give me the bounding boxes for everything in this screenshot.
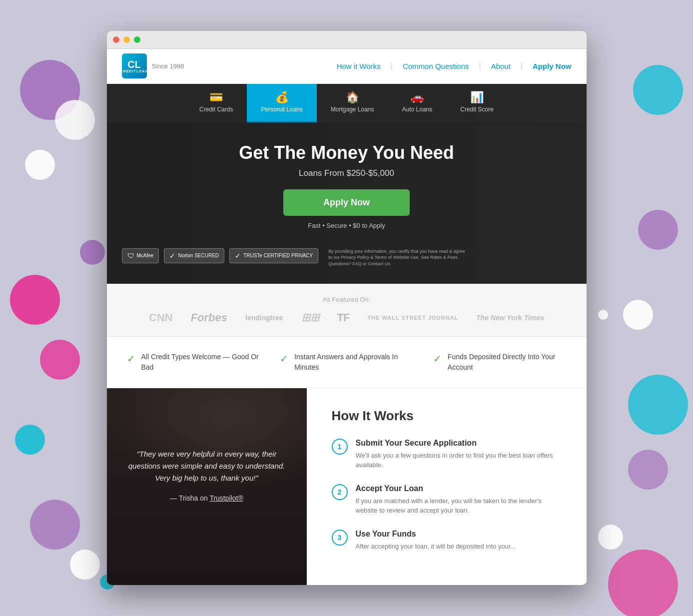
norton-label: Norton SECURED	[178, 253, 219, 258]
hero-text-area: Get The Money You Need Loans From $250-$…	[239, 142, 454, 229]
auto-loans-icon: 🚗	[410, 92, 424, 103]
benefits-section: ✓ All Credit Types Welcome — Good Or Bad…	[107, 337, 587, 388]
truste-icon: ✓	[235, 252, 241, 260]
norton-badge: ✓ Norton SECURED	[164, 248, 224, 263]
step-2: 2 Accept Your Loan If you are matched wi…	[332, 484, 562, 516]
tab-nav: 💳 Credit Cards 💰 Personal Loans 🏠 Mortga…	[107, 84, 587, 122]
logo-letters: CL	[127, 59, 141, 69]
nyt-logo: The New York Times	[476, 314, 544, 322]
author-text: — Trisha on	[170, 494, 209, 502]
benefit-text-3: Funds Deposited Directly Into Your Accou…	[448, 352, 567, 373]
step-3-title: Use Your Funds	[356, 530, 516, 539]
testimonial-section: "They were very helpful in every way, th…	[107, 388, 307, 586]
check-icon-3: ✓	[433, 353, 442, 365]
lendingtree-logo: lendingtree	[245, 314, 283, 322]
hero-section: 💳 Credit Cards 💰 Personal Loans 🏠 Mortga…	[107, 84, 587, 284]
step-3: 3 Use Your Funds After accepting your lo…	[332, 530, 562, 552]
since-text: Since 1998	[152, 62, 184, 70]
personal-loans-icon: 💰	[275, 92, 289, 103]
forbes-logo: Forbes	[191, 311, 227, 324]
security-badges-row: 🛡 McAfee ✓ Norton SECURED ✓ TRUSTe CERTI…	[107, 239, 587, 267]
tab-mortgage-loans[interactable]: 🏠 Mortgage Loans	[317, 84, 388, 122]
credit-cards-icon: 💳	[209, 92, 223, 103]
mcafee-icon: 🛡	[127, 252, 134, 260]
featured-section: As Featured On: CNN Forbes lendingtree ⊞…	[107, 284, 587, 337]
minimize-dot[interactable]	[123, 36, 130, 43]
step-2-title: Accept Your Loan	[356, 484, 562, 493]
step-1-desc: We'll ask you a few questions in order t…	[356, 451, 562, 470]
hero-tagline: Fast • Secure • $0 to Apply	[239, 222, 454, 229]
mcafee-badge: 🛡 McAfee	[122, 248, 159, 263]
featured-logos: CNN Forbes lendingtree ⊞⊞ TF THE WALL ST…	[127, 311, 567, 324]
norton-icon: ✓	[169, 252, 175, 260]
legal-text: By providing your information, you certi…	[328, 248, 468, 267]
benefit-credit-types: ✓ All Credit Types Welcome — Good Or Bad	[127, 352, 260, 373]
nav-about[interactable]: About	[491, 62, 511, 70]
tab-personal-loans-label: Personal Loans	[261, 106, 302, 113]
testimonial-quote: "They were very helpful in every way, th…	[125, 448, 289, 484]
tab-personal-loans[interactable]: 💰 Personal Loans	[247, 84, 316, 122]
tab-credit-cards[interactable]: 💳 Credit Cards	[185, 84, 247, 122]
apply-now-button[interactable]: Apply Now	[283, 189, 410, 216]
hero-subtitle: Loans From $250-$5,000	[239, 168, 454, 178]
step-1-number: 1	[332, 439, 348, 455]
wsj-logo: THE WALL STREET JOURNAL	[367, 315, 458, 321]
step-2-number: 2	[332, 484, 348, 500]
tab-credit-cards-label: Credit Cards	[199, 106, 233, 113]
featured-label: As Featured On:	[127, 296, 567, 303]
nav-apply-now[interactable]: Apply Now	[533, 62, 572, 70]
benefit-instant-answers: ✓ Instant Answers and Approvals In Minut…	[280, 352, 413, 373]
benefit-text-1: All Credit Types Welcome — Good Or Bad	[141, 352, 260, 373]
mortgage-loans-icon: 🏠	[346, 92, 359, 103]
benefit-text-2: Instant Answers and Approvals In Minutes	[294, 352, 413, 373]
logo-area: CL CREDITLOAN Since 1998	[122, 53, 184, 78]
trustpilot-link[interactable]: Trustpilot®	[209, 494, 243, 502]
nav-common-questions[interactable]: Common Questions	[403, 62, 469, 70]
credit-score-icon: 📊	[470, 92, 484, 103]
how-it-works-title: How It Works	[332, 408, 562, 424]
step-3-content: Use Your Funds After accepting your loan…	[356, 530, 516, 552]
step-1-title: Submit Your Secure Application	[356, 439, 562, 448]
mcafee-label: McAfee	[137, 253, 154, 258]
nav-how-it-works[interactable]: How it Works	[337, 62, 381, 70]
browser-titlebar	[107, 31, 587, 49]
step-2-desc: If you are matched with a lender, you wi…	[356, 496, 562, 516]
hero-content: 💳 Credit Cards 💰 Personal Loans 🏠 Mortga…	[107, 84, 587, 267]
logo-box: CL CREDITLOAN	[122, 53, 147, 78]
site-header: CL CREDITLOAN Since 1998 How it Works | …	[107, 49, 587, 84]
maximize-dot[interactable]	[134, 36, 140, 43]
testimonial-content: "They were very helpful in every way, th…	[107, 388, 307, 522]
benefit-funds-deposited: ✓ Funds Deposited Directly Into Your Acc…	[433, 352, 567, 373]
techcrunch-logo: TF	[337, 311, 350, 324]
how-it-works-section: How It Works 1 Submit Your Secure Applic…	[307, 388, 587, 586]
truste-badge: ✓ TRUSTe CERTIFIED PRIVACY	[229, 248, 318, 263]
tab-auto-loans-label: Auto Loans	[402, 106, 433, 113]
tab-auto-loans[interactable]: 🚗 Auto Loans	[388, 84, 447, 122]
main-content: "They were very helpful in every way, th…	[107, 388, 587, 586]
step-3-desc: After accepting your loan, it will be de…	[356, 542, 516, 552]
step-3-number: 3	[332, 530, 348, 546]
testimonial-author: — Trisha on Trustpilot®	[125, 494, 289, 502]
truste-label: TRUSTe CERTIFIED PRIVACY	[243, 253, 313, 258]
step-1-content: Submit Your Secure Application We'll ask…	[356, 439, 562, 470]
tab-credit-score-label: Credit Score	[460, 106, 494, 113]
cnn-logo: CNN	[149, 311, 173, 324]
step-2-content: Accept Your Loan If you are matched with…	[356, 484, 562, 516]
main-nav: How it Works | Common Questions | About …	[337, 61, 572, 70]
logo-4: ⊞⊞	[301, 311, 319, 324]
check-icon-1: ✓	[127, 353, 135, 365]
step-1: 1 Submit Your Secure Application We'll a…	[332, 439, 562, 470]
logo-sub: CREDITLOAN	[120, 69, 148, 73]
check-icon-2: ✓	[280, 353, 288, 365]
close-dot[interactable]	[113, 36, 119, 43]
hero-title: Get The Money You Need	[239, 142, 454, 163]
tab-mortgage-loans-label: Mortgage Loans	[331, 106, 374, 113]
tab-credit-score[interactable]: 📊 Credit Score	[446, 84, 508, 122]
